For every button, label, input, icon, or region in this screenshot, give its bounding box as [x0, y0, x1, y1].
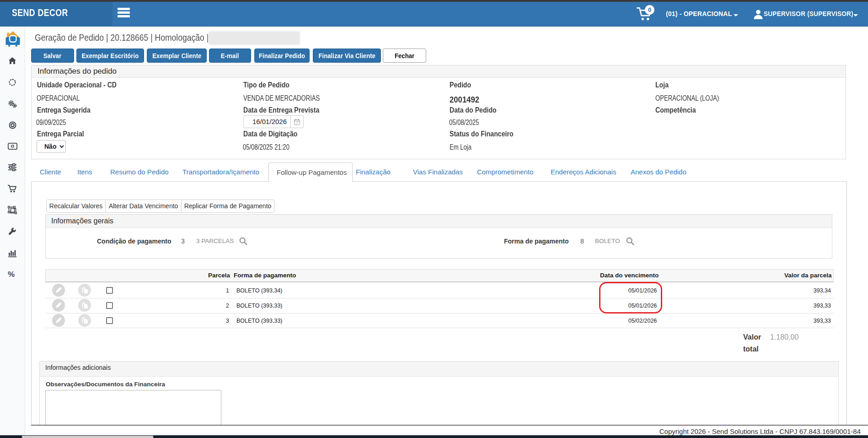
svg-text:$: $	[12, 145, 14, 148]
svg-text:7: 7	[296, 121, 298, 124]
